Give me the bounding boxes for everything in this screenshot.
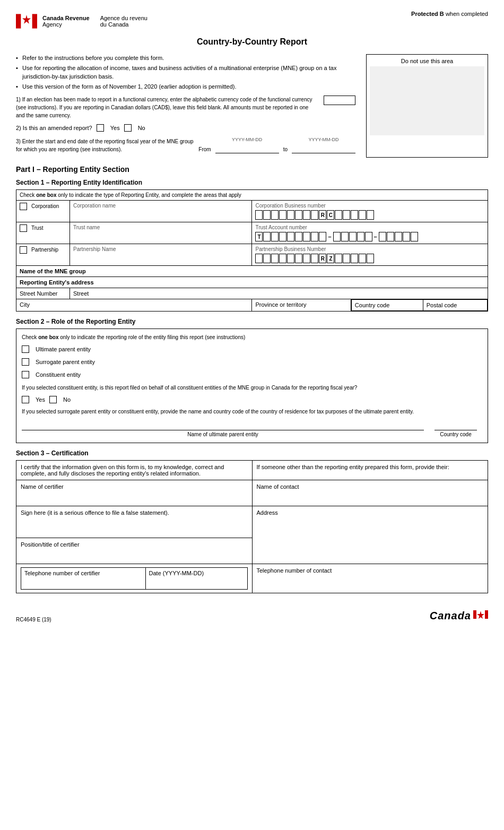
constituent-yes-checkbox[interactable]: [22, 396, 29, 403]
trust-c2[interactable]: [271, 232, 279, 241]
corporation-checkbox[interactable]: [20, 203, 27, 210]
trust-c13[interactable]: [365, 232, 372, 241]
ultimate-parent-row: Ultimate parent entity: [22, 345, 482, 353]
corp-char-11[interactable]: [335, 210, 342, 220]
surrogate-parent-checkbox[interactable]: [22, 358, 29, 366]
sign-label: Sign here (it is a serious offence to fi…: [21, 509, 169, 516]
trust-c10[interactable]: [341, 232, 349, 241]
trust-c16[interactable]: [395, 232, 402, 241]
to-date-input[interactable]: [292, 145, 355, 153]
trust-c9[interactable]: [333, 232, 341, 241]
name-of-contact-cell: Name of contact: [252, 480, 488, 506]
from-date-input[interactable]: [215, 145, 279, 153]
ultimate-parent-checkbox[interactable]: [22, 345, 29, 353]
amended-report-label: 2) Is this an amended report?: [16, 124, 92, 133]
part-c15[interactable]: [367, 254, 374, 263]
corp-char-8[interactable]: [311, 210, 318, 220]
corp-char-14[interactable]: [359, 210, 366, 220]
constituent-entity-row: Constituent entity: [22, 371, 482, 378]
constituent-no-checkbox[interactable]: [49, 396, 57, 403]
functional-currency-input[interactable]: [324, 96, 355, 105]
svg-rect-0: [16, 14, 21, 28]
yes-checkbox[interactable]: [97, 124, 104, 132]
partnership-biz-label: Partnership Business Number: [255, 246, 484, 252]
instructions-area: Refer to the instructions before you com…: [16, 54, 355, 158]
footer: RC4649 E (19) Canada: [16, 609, 488, 622]
trust-c5[interactable]: [295, 232, 302, 241]
do-not-use-title: Do not use this area: [370, 58, 484, 64]
trust-c3[interactable]: [279, 232, 286, 241]
country-code-cell: Country code: [351, 299, 423, 310]
part-c13[interactable]: [351, 254, 358, 263]
tel-contact-input[interactable]: [257, 574, 484, 584]
tel-date-inner-table: Telephone number of certifier Date (YYYY…: [21, 567, 248, 590]
address-input[interactable]: [257, 516, 484, 548]
trust-c12[interactable]: [357, 232, 364, 241]
trust-c17[interactable]: [403, 232, 410, 241]
corp-char-10: C: [327, 210, 334, 220]
trust-c15[interactable]: [387, 232, 394, 241]
trust-checkbox[interactable]: [20, 224, 27, 232]
part-c7[interactable]: [303, 254, 310, 263]
trust-c1[interactable]: [263, 232, 271, 241]
section3-table: I certify that the information given on …: [16, 460, 488, 593]
corp-char-2[interactable]: [263, 210, 271, 220]
tel-certifier-label: Telephone number of certifier: [24, 570, 100, 576]
tel-certifier-input[interactable]: [24, 576, 142, 587]
corp-char-4[interactable]: [279, 210, 286, 220]
to-label: to: [283, 145, 288, 153]
certify-text: I certify that the information given on …: [21, 464, 224, 477]
canada-flag-icon: [16, 11, 37, 32]
corporation-name-cell: Corporation name: [70, 200, 252, 222]
part-c4[interactable]: [279, 254, 286, 263]
trust-c18[interactable]: [411, 232, 418, 241]
to-date-format: YYYY-MM-DD: [308, 136, 338, 144]
note1-text: 1) If an election has been made to repor…: [16, 96, 318, 119]
part-c3[interactable]: [271, 254, 279, 263]
partnership-checkbox[interactable]: [20, 246, 27, 254]
tel-contact-label: Telephone number of contact: [257, 567, 332, 574]
corporation-name-label: Corporation name: [73, 203, 248, 209]
corp-char-15[interactable]: [367, 210, 374, 220]
part-c8[interactable]: [311, 254, 318, 263]
date-certifier-label: Date (YYYY-MM-DD): [149, 570, 204, 576]
trust-prefix: T: [255, 232, 263, 241]
part-c14[interactable]: [359, 254, 366, 263]
constituent-entity-checkbox[interactable]: [22, 371, 29, 378]
part-c12[interactable]: [343, 254, 350, 263]
trust-c14[interactable]: [379, 232, 386, 241]
trust-c6[interactable]: [303, 232, 310, 241]
no-checkbox[interactable]: [124, 124, 132, 132]
position-input[interactable]: [21, 548, 248, 560]
part-c2[interactable]: [263, 254, 271, 263]
trust-c8[interactable]: [319, 232, 326, 241]
corp-char-6[interactable]: [295, 210, 302, 220]
reporting-entity-address-label: Reporting Entity's address: [20, 279, 94, 286]
corp-char-7[interactable]: [303, 210, 310, 220]
name-of-contact-input[interactable]: [257, 490, 484, 503]
corp-char-13[interactable]: [351, 210, 358, 220]
corp-char-12[interactable]: [343, 210, 350, 220]
part-c6[interactable]: [295, 254, 302, 263]
corp-char-1[interactable]: [255, 210, 263, 220]
corp-char-5[interactable]: [287, 210, 294, 220]
section2-check-instruction: Check one box only to indicate the repor…: [22, 334, 482, 340]
date-certifier-input[interactable]: [149, 576, 244, 587]
trust-c7[interactable]: [311, 232, 318, 241]
other-preparer-cell: If someone other than the reporting enti…: [252, 460, 488, 480]
trust-c11[interactable]: [349, 232, 357, 241]
part-c1[interactable]: [255, 254, 263, 263]
trust-account-label: Trust Account number: [255, 224, 484, 230]
canada-wordmark-text: Canada: [430, 610, 471, 622]
ultimate-parent-name-input[interactable]: [22, 430, 424, 430]
country-code-input[interactable]: [435, 421, 477, 430]
trust-c4[interactable]: [287, 232, 294, 241]
canada-wordmark-area: Canada: [430, 609, 488, 622]
part-c11[interactable]: [335, 254, 342, 263]
name-of-certifier-input[interactable]: [21, 490, 248, 503]
position-cell: Position/title of certifier: [16, 538, 253, 564]
street-label: Street: [73, 290, 89, 297]
part-c5[interactable]: [287, 254, 294, 263]
corp-char-3[interactable]: [271, 210, 279, 220]
province-label: Province or territory: [255, 301, 347, 308]
